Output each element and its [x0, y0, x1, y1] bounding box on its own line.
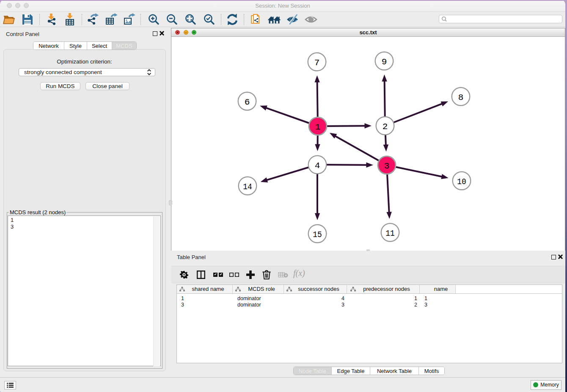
svg-text:7: 7 — [314, 58, 320, 68]
svg-text:14: 14 — [243, 182, 252, 192]
svg-text:11: 11 — [385, 229, 395, 238]
svg-text:10: 10 — [457, 177, 466, 187]
svg-text:6: 6 — [245, 97, 250, 107]
svg-text:15: 15 — [313, 230, 322, 240]
svg-text:8: 8 — [458, 93, 464, 102]
svg-text:4: 4 — [315, 161, 320, 171]
svg-text:9: 9 — [382, 57, 387, 67]
svg-text:3: 3 — [384, 161, 390, 171]
svg-text:1: 1 — [315, 122, 321, 132]
svg-text:2: 2 — [383, 122, 388, 132]
